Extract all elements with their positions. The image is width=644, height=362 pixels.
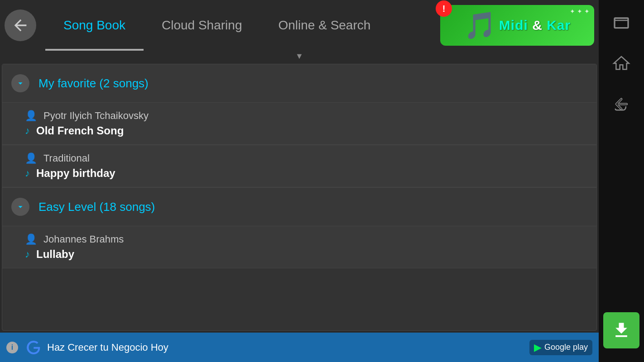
list-item[interactable]: 👤 Traditional ♪ Happy birthday [2,145,596,187]
logo-text: Midi & Kar [499,18,571,33]
artist-name: Johannes Brahms [43,233,124,245]
song-title: Old French Song [36,124,124,137]
artist-icon: 👤 [25,152,37,164]
tab-cloud-sharing[interactable]: Cloud Sharing [144,0,260,51]
song-title: Lullaby [36,248,74,261]
right-sidebar [599,0,644,362]
song-row: ♪ Old French Song [25,124,583,137]
artist-icon: 👤 [25,233,37,245]
tab-bar: Song Book Cloud Sharing Online & Search [45,0,440,51]
song-row: ♪ Happy birthday [25,167,583,180]
content-area[interactable]: My favorite (2 songs) 👤 Pyotr Ilyich Tch… [2,64,597,331]
tab-online-search[interactable]: Online & Search [260,0,389,51]
section-my-favorite-header[interactable]: My favorite (2 songs) [2,64,596,102]
song-row: ♪ Lullaby [25,248,583,261]
ad-bar[interactable]: i Haz Crecer tu Negocio Hoy ▶ Google pla… [0,333,599,362]
artist-row: 👤 Traditional [25,152,583,164]
back-button[interactable] [5,10,36,41]
music-note-icon: ♪ [25,167,30,179]
chevron-easy-level-icon [11,198,29,216]
main-area: Song Book Cloud Sharing Online & Search … [0,0,599,362]
section-easy-level-header[interactable]: Easy Level (18 songs) [2,188,596,226]
ad-info-button[interactable]: i [6,342,18,353]
tab-song-book[interactable]: Song Book [45,0,144,51]
google-play-icon: ▶ [534,342,542,353]
sidebar-icon-group [608,9,635,118]
logo-stars: ✦ ✦ ✦ [570,8,590,15]
google-play-text: Google play [544,343,588,352]
list-item[interactable]: 👤 Pyotr Ilyich Tchaikovsky ♪ Old French … [2,103,596,145]
window-icon[interactable] [608,9,635,36]
svg-rect-0 [615,18,628,28]
artist-row: 👤 Johannes Brahms [25,233,583,245]
artist-name: Traditional [43,152,90,164]
artist-row: 👤 Pyotr Ilyich Tchaikovsky [25,110,583,122]
section-easy-level-title: Easy Level (18 songs) [38,200,155,214]
logo-area: ! 🎵 Midi & Kar ✦ ✦ ✦ [440,5,594,46]
back-nav-icon[interactable] [608,90,635,118]
artist-name: Pyotr Ilyich Tchaikovsky [43,110,149,122]
home-icon[interactable] [608,50,635,77]
music-note-icon: ♪ [25,125,30,137]
logo-music-note: 🎵 [464,10,496,41]
music-note-icon: ♪ [25,248,30,260]
list-item[interactable]: 👤 Johannes Brahms ♪ Lullaby [2,226,596,268]
download-icon [611,320,631,340]
ad-text: Haz Crecer tu Negocio Hoy [47,342,525,353]
scroll-indicator: ▼ [0,51,599,62]
chevron-my-favorite-icon [11,74,29,92]
song-title: Happy birthday [36,167,115,180]
header: Song Book Cloud Sharing Online & Search … [0,0,599,51]
scroll-arrow-icon: ▼ [295,52,303,61]
ad-logo-icon [24,338,43,357]
google-play-badge[interactable]: ▶ Google play [529,340,592,355]
back-arrow-icon [11,16,29,34]
download-button[interactable] [603,312,639,348]
section-my-favorite-title: My favorite (2 songs) [38,76,149,90]
notification-badge: ! [436,0,452,17]
artist-icon: 👤 [25,110,37,122]
